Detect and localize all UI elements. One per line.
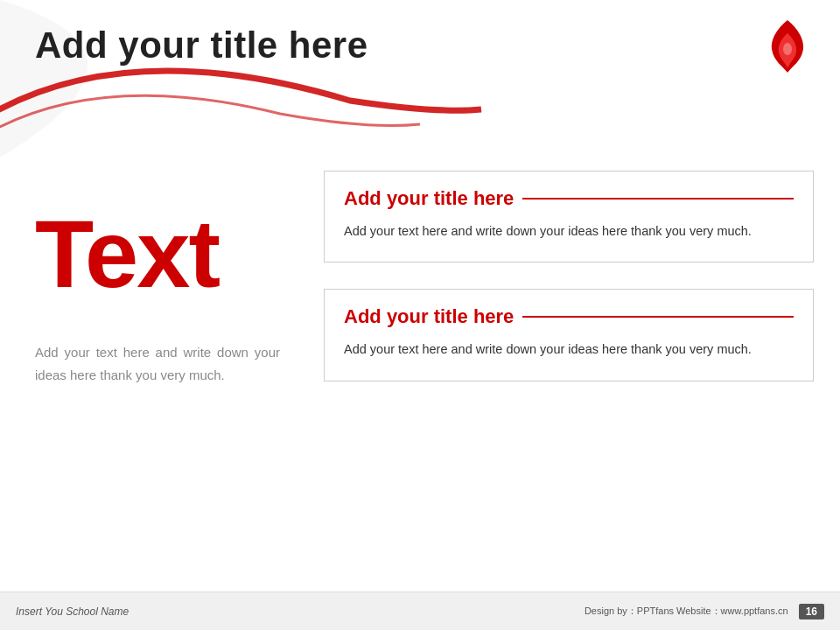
big-text: Text	[35, 206, 219, 302]
footer-right: Design by：PPTfans Website：www.pptfans.cn…	[584, 604, 824, 620]
slide: Add your title here Text Add your text h…	[0, 0, 840, 630]
footer-design-credit: Design by：PPTfans Website：www.pptfans.cn	[584, 605, 788, 618]
box1-title-line	[522, 198, 794, 200]
footer-page-number: 16	[799, 604, 824, 620]
left-body-text: Add your text here and write down your i…	[35, 341, 280, 386]
top-decoration	[0, 0, 840, 158]
box1-title-row: Add your title here	[344, 187, 794, 210]
box2-title-text: Add your title here	[344, 305, 514, 328]
svg-point-0	[783, 43, 792, 55]
right-column: Add your title here Add your text here a…	[324, 171, 814, 382]
box2-title-line	[522, 316, 794, 318]
footer: Insert You School Name Design by：PPTfans…	[0, 592, 840, 630]
box1-title-text: Add your title here	[344, 187, 514, 210]
box1-body-text: Add your text here and write down your i…	[344, 220, 794, 242]
content-box-1: Add your title here Add your text here a…	[324, 171, 814, 262]
box2-title-row: Add your title here	[344, 305, 794, 328]
content-box-2: Add your title here Add your text here a…	[324, 289, 814, 381]
logo	[761, 16, 814, 68]
footer-school-name: Insert You School Name	[16, 606, 129, 618]
main-title: Add your title here	[35, 24, 368, 66]
box2-body-text: Add your text here and write down your i…	[344, 339, 794, 360]
